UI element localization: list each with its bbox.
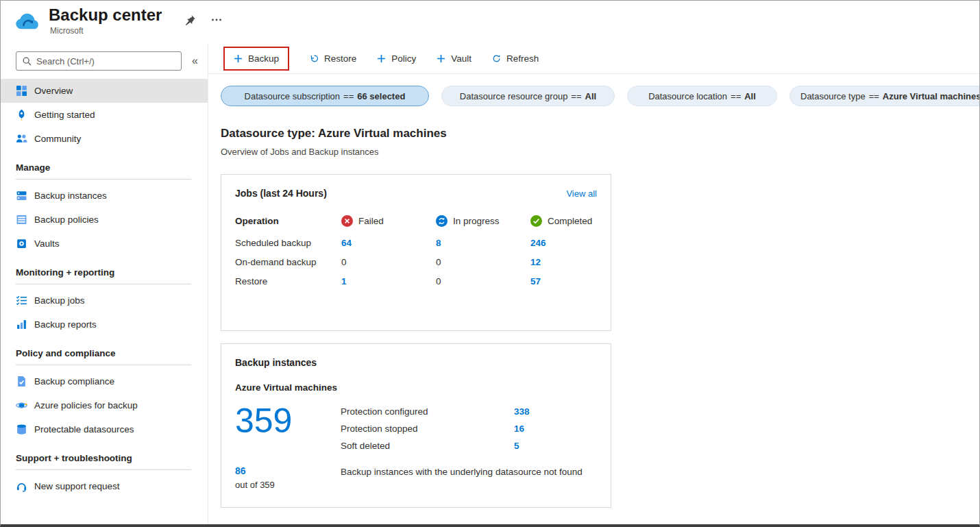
backup-reports-icon <box>16 319 27 330</box>
restore-button-label: Restore <box>324 53 356 64</box>
jobs-cell-in-progress: 0 <box>436 276 530 286</box>
failed-icon <box>341 215 353 227</box>
sidebar-item-label: Backup policies <box>34 215 99 225</box>
instances-card-title: Backup instances <box>235 357 597 368</box>
not-found-count[interactable]: 86 <box>235 465 341 476</box>
sidebar-item-label: Getting started <box>34 110 95 120</box>
search-box[interactable] <box>16 51 182 71</box>
sidebar: « Overview Getting started Community <box>1 43 208 524</box>
backup-center-page: Backup center Microsoft « <box>0 0 980 527</box>
stat-label: Soft deleted <box>341 441 514 451</box>
filter-datasource-type[interactable]: Datasource type == Azure Virtual machine… <box>789 86 979 106</box>
column-operation: Operation <box>235 216 341 232</box>
community-icon <box>16 133 27 145</box>
sidebar-item-community[interactable]: Community <box>1 127 208 151</box>
sidebar-section-monitoring: Monitoring + reporting <box>16 267 191 284</box>
datasource-not-found-row: 86 out of 359 Backup instances with the … <box>235 465 597 490</box>
sidebar-section-policy-compliance: Policy and compliance <box>16 348 191 365</box>
instances-card-subtitle: Azure Virtual machines <box>235 382 597 393</box>
jobs-card-title: Jobs (last 24 Hours) <box>235 188 327 199</box>
column-in-progress-label: In progress <box>453 216 500 226</box>
sidebar-item-new-support-request[interactable]: New support request <box>1 474 208 498</box>
stat-value[interactable]: 338 <box>514 406 530 417</box>
jobs-cell-failed: 0 <box>341 257 436 267</box>
sidebar-item-backup-jobs[interactable]: Backup jobs <box>1 289 208 312</box>
jobs-cell-completed[interactable]: 57 <box>530 276 597 286</box>
sidebar-item-label: Backup jobs <box>34 295 85 306</box>
backup-instances-card: Backup instances Azure Virtual machines … <box>221 343 611 508</box>
sidebar-item-label: Protectable datasources <box>34 424 134 434</box>
sidebar-section-support: Support + troubleshooting <box>16 453 191 470</box>
filter-operator: == <box>343 91 354 101</box>
overview-subheading: Overview of Jobs and Backup instances <box>221 147 979 157</box>
sidebar-item-label: Azure policies for backup <box>34 400 138 410</box>
backup-center-logo-icon <box>14 12 40 30</box>
plus-icon <box>437 54 445 63</box>
jobs-cell-in-progress: 0 <box>436 257 530 267</box>
filter-datasource-location[interactable]: Datasource location == All <box>627 86 777 106</box>
jobs-cell-failed[interactable]: 64 <box>341 238 436 248</box>
jobs-cell-failed[interactable]: 1 <box>341 276 436 286</box>
backup-policies-icon <box>16 214 27 225</box>
more-options-icon[interactable] <box>211 14 222 25</box>
policy-button[interactable]: Policy <box>377 53 416 64</box>
refresh-button-label: Refresh <box>506 53 539 64</box>
vault-button-label: Vault <box>451 53 471 64</box>
total-instances-count[interactable]: 359 <box>235 404 341 451</box>
sidebar-item-getting-started[interactable]: Getting started <box>1 103 208 127</box>
completed-icon <box>530 215 542 227</box>
backup-button-highlight: Backup <box>223 47 289 71</box>
sidebar-item-vaults[interactable]: Vaults <box>1 232 208 256</box>
support-request-icon <box>16 480 27 492</box>
sidebar-item-backup-instances[interactable]: Backup instances <box>1 184 208 208</box>
sidebar-item-label: Community <box>34 134 81 144</box>
filter-datasource-resource-group[interactable]: Datasource resource group == All <box>441 86 615 106</box>
page-title: Backup center <box>49 6 162 24</box>
not-found-description: Backup instances with the underlying dat… <box>341 465 597 490</box>
filter-value: All <box>585 91 597 101</box>
jobs-cell-completed[interactable]: 246 <box>530 238 597 248</box>
jobs-card: Jobs (last 24 Hours) View all Operation … <box>221 174 611 331</box>
column-failed: Failed <box>341 215 436 232</box>
view-all-link[interactable]: View all <box>566 188 597 199</box>
stat-value[interactable]: 16 <box>514 424 530 434</box>
filter-datasource-subscription[interactable]: Datasource subscription == 66 selected <box>221 86 429 106</box>
stat-label: Protection configured <box>341 406 514 417</box>
jobs-table: Operation Failed In progress <box>235 214 597 291</box>
filter-bar: Datasource subscription == 66 selected D… <box>208 74 979 109</box>
backup-compliance-icon <box>16 376 27 387</box>
vaults-icon <box>16 238 27 249</box>
filter-operator: == <box>731 91 741 101</box>
vault-button[interactable]: Vault <box>437 53 471 64</box>
sidebar-item-azure-policies[interactable]: Azure policies for backup <box>1 393 208 417</box>
instances-stats: Protection configured 338 Protection sto… <box>341 404 530 451</box>
not-found-suffix: out of 359 <box>235 480 341 490</box>
filter-value: All <box>744 91 756 101</box>
refresh-button[interactable]: Refresh <box>492 53 539 64</box>
sidebar-item-backup-policies[interactable]: Backup policies <box>1 208 208 232</box>
main-area: Backup Restore Policy Vault Refre <box>208 43 979 524</box>
column-completed-label: Completed <box>548 216 592 226</box>
plus-icon <box>377 54 386 63</box>
filter-label: Datasource resource group <box>460 91 568 101</box>
sidebar-item-backup-reports[interactable]: Backup reports <box>1 312 208 336</box>
column-failed-label: Failed <box>358 216 384 226</box>
policy-button-label: Policy <box>391 53 416 64</box>
backup-button[interactable]: Backup <box>234 53 279 64</box>
sidebar-item-label: Vaults <box>34 238 60 249</box>
sidebar-item-overview[interactable]: Overview <box>1 79 208 103</box>
pin-icon[interactable] <box>185 14 196 25</box>
refresh-icon <box>492 54 501 63</box>
overview-icon <box>16 85 27 97</box>
sidebar-item-label: Backup compliance <box>34 376 114 387</box>
stat-value[interactable]: 5 <box>514 441 530 451</box>
restore-button[interactable]: Restore <box>310 53 356 64</box>
sidebar-item-backup-compliance[interactable]: Backup compliance <box>1 369 208 393</box>
filter-label: Datasource location <box>648 91 727 101</box>
jobs-cell-in-progress[interactable]: 8 <box>436 238 530 248</box>
sidebar-collapse-button[interactable]: « <box>188 55 202 67</box>
stat-label: Protection stopped <box>341 424 514 434</box>
jobs-cell-completed[interactable]: 12 <box>530 257 597 267</box>
sidebar-item-protectable-datasources[interactable]: Protectable datasources <box>1 417 208 441</box>
search-input[interactable] <box>36 56 175 66</box>
